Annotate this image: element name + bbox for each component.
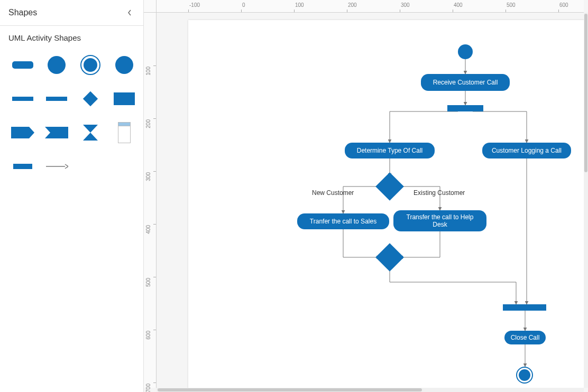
svg-rect-6 xyxy=(46,97,67,101)
diagram-canvas-area: -1000100200300400500600700 1002003004005… xyxy=(144,0,588,392)
edge-label-new: New Customer xyxy=(312,189,354,197)
chevron-left-icon xyxy=(127,9,132,16)
svg-rect-7 xyxy=(83,91,98,106)
vertical-scrollbar[interactable] xyxy=(584,13,588,388)
final-node[interactable] xyxy=(516,367,533,384)
ruler-h-label: -100 xyxy=(189,2,200,8)
ruler-corner xyxy=(144,0,157,13)
initial-node-shape[interactable] xyxy=(42,51,71,79)
sidebar-header: Shapes xyxy=(0,0,143,26)
bar-shape[interactable] xyxy=(8,85,37,113)
diagram-page[interactable]: Receive Customer CallDetermine Type Of C… xyxy=(157,13,584,388)
action-node-logging[interactable]: Customer Logging a Call xyxy=(482,143,571,158)
fork-node-fork1[interactable] xyxy=(447,105,483,111)
final-node-shape[interactable] xyxy=(76,51,105,79)
hourglass-shape[interactable] xyxy=(76,118,105,147)
note-shape[interactable] xyxy=(110,118,139,147)
palette-section: UML Activity Shapes xyxy=(0,26,143,181)
small-bar-shape[interactable] xyxy=(8,152,37,181)
svg-rect-10 xyxy=(118,123,131,126)
palette-grid xyxy=(8,51,135,181)
ruler-h-label: 500 xyxy=(507,2,516,8)
decision-shape[interactable] xyxy=(76,85,105,113)
svg-point-1 xyxy=(48,56,66,74)
horizontal-scrollbar[interactable] xyxy=(157,388,584,392)
fork-node-fork2[interactable] xyxy=(503,304,546,311)
horizontal-scroll-thumb[interactable] xyxy=(158,388,422,391)
send-signal-shape[interactable] xyxy=(8,118,37,147)
palette-title: UML Activity Shapes xyxy=(8,33,135,42)
ruler-v-label: 100 xyxy=(145,67,151,76)
ruler-v-label: 600 xyxy=(145,331,151,340)
svg-rect-0 xyxy=(12,61,33,69)
ruler-h-label: 200 xyxy=(348,2,357,8)
sidebar-title: Shapes xyxy=(8,8,37,17)
ruler-v-label: 200 xyxy=(145,119,151,128)
svg-point-4 xyxy=(115,56,133,74)
svg-rect-8 xyxy=(114,92,135,105)
ruler-h-label: 600 xyxy=(559,2,568,8)
vertical-ruler: 100200300400500600700 xyxy=(144,13,157,388)
svg-rect-11 xyxy=(13,164,32,169)
ruler-v-label: 700 xyxy=(145,384,151,392)
diagram-canvas[interactable]: Receive Customer CallDetermine Type Of C… xyxy=(157,13,584,388)
vertical-scroll-thumb[interactable] xyxy=(584,14,587,172)
ruler-h-label: 100 xyxy=(295,2,304,8)
ruler-v-label: 400 xyxy=(145,225,151,234)
horizontal-ruler: -1000100200300400500600700 xyxy=(157,0,584,13)
final-node-inner xyxy=(519,369,530,381)
ruler-v-label: 500 xyxy=(145,278,151,287)
action-node-close[interactable]: Close Call xyxy=(504,331,546,344)
ruler-h-label: 400 xyxy=(454,2,463,8)
filled-circle-shape[interactable] xyxy=(110,51,139,79)
connector-arrow-shape[interactable] xyxy=(42,152,71,181)
bar2-shape[interactable] xyxy=(42,85,71,113)
action-node-helpdesk[interactable]: Transfer the call to Help Desk xyxy=(393,210,486,231)
svg-point-3 xyxy=(84,58,97,72)
ruler-h-label: 300 xyxy=(401,2,410,8)
ruler-h-label: 0 xyxy=(242,2,245,8)
shapes-sidebar: Shapes UML Activity Shapes xyxy=(0,0,144,392)
initial-node[interactable] xyxy=(458,44,473,59)
action-node-sales[interactable]: Tranfer the call to Sales xyxy=(297,213,389,229)
action-node-determine[interactable]: Determine Type Of Call xyxy=(345,143,435,158)
receive-signal-shape[interactable] xyxy=(42,118,71,147)
ruler-v-label: 300 xyxy=(145,172,151,181)
action-shape[interactable] xyxy=(8,51,37,79)
action-node-receive[interactable]: Receive Customer Call xyxy=(421,74,510,91)
collapse-sidebar-button[interactable] xyxy=(124,7,135,18)
edge-label-existing: Existing Customer xyxy=(414,189,465,197)
rectangle-shape[interactable] xyxy=(110,85,139,113)
svg-rect-5 xyxy=(12,97,33,101)
